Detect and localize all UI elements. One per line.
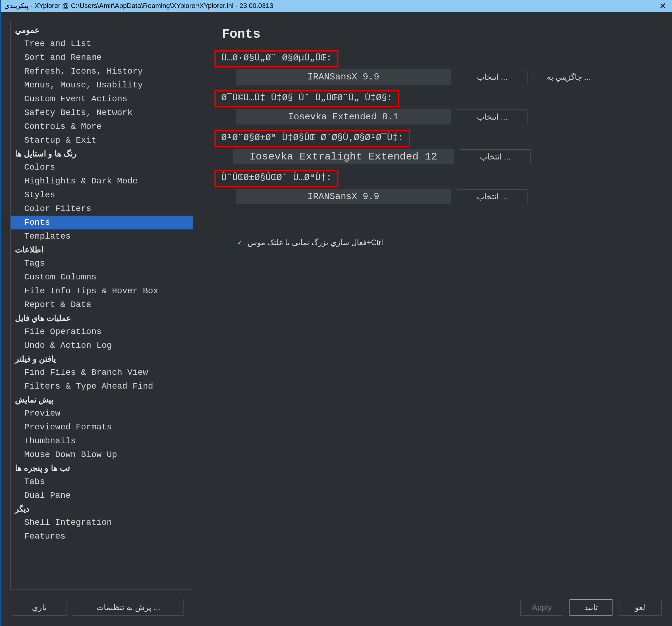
sidebar-item[interactable]: Shell Integration [11,516,193,529]
sidebar-section-header: رنگ ها و استایل ها [11,147,193,160]
sidebar-item[interactable]: Highlights & Dark Mode [11,174,193,188]
sidebar-item[interactable]: Refresh, Icons, History [11,65,193,78]
font-setting-row: Iosevka Extended 8.1انتخاب ... [215,109,650,125]
select-font-button[interactable]: انتخاب ... [460,149,531,164]
font-setting-label: Ø¯Ú©Ù…Ù‡ Ù‡Ø§ Ùˆ Ù„ÛŒØ¨Ù„ Ù‡Ø§: [215,90,399,107]
footer: ياري پرش به تنظيمات ... Apply تاييد لغو [1,593,672,626]
sidebar-item[interactable]: Filters & Type Ahead Find [11,379,193,393]
font-setting-label: ÙˆÛŒØ±Ø§ÛŒØ´ Ù…ØªÙ†: [215,170,338,187]
window-title: پيکربندي - XYplorer @ C:\Users\Amir\AppD… [4,2,657,10]
sidebar-item[interactable]: File Operations [11,325,193,339]
sidebar-item[interactable]: Color Filters [11,202,193,216]
font-setting-label: Ù…Ø·Ø§Ù„Ø¨ Ø§ØµÙ„ÛŒ: [215,50,338,68]
main-panel: Fonts Ù…Ø·Ø§Ù„Ø¨ Ø§ØµÙ„ÛŒ:IRANSansX 9.9ا… [202,21,663,590]
sidebar-section-header: اطلاعات [11,243,193,256]
sidebar-item[interactable]: Features [11,529,193,543]
font-value: Iosevka Extralight Extended 12 [233,149,454,165]
font-value: IRANSansX 9.9 [236,69,451,85]
titlebar: پيکربندي - XYplorer @ C:\Users\Amir\AppD… [1,0,672,11]
sidebar-item[interactable]: Find Files & Branch View [11,366,193,379]
sidebar-item[interactable]: Menus, Mouse, Usability [11,78,193,92]
app-window: پيکربندي - XYplorer @ C:\Users\Amir\AppD… [0,0,672,626]
sidebar-section-header: يافتن و فيلتر [11,352,193,366]
ok-button[interactable]: تاييد [570,599,613,616]
content-area: عموميTree and ListSort and RenameRefresh… [1,11,672,593]
checkbox-label: فعال سازي بزرگ نمايي با غلتک موس+Ctrl [248,238,383,247]
sidebar-item[interactable]: Sort and Rename [11,51,193,65]
sidebar-item[interactable]: Mouse Down Blow Up [11,448,193,461]
sidebar-section-header: تب ها و پنجره ها [11,461,193,475]
sidebar-item[interactable]: Styles [11,188,193,202]
font-setting-row: IRANSansX 9.9انتخاب ... [215,189,650,204]
help-button[interactable]: ياري [11,599,67,616]
font-value: Iosevka Extended 8.1 [236,109,451,125]
replace-with-button[interactable]: جاگزيني به ... [534,70,604,84]
sidebar-section-header: ديگر [11,502,193,516]
sidebar[interactable]: عموميTree and ListSort and RenameRefresh… [10,21,193,590]
font-value: IRANSansX 9.9 [236,189,451,204]
sidebar-item[interactable]: Custom Event Actions [11,92,193,106]
sidebar-item[interactable]: Controls & More [11,120,193,133]
sidebar-item[interactable]: File Info Tips & Hover Box [11,284,193,298]
sidebar-item[interactable]: Safety Belts, Network [11,106,193,120]
sidebar-item[interactable]: Custom Columns [11,270,193,284]
select-font-button[interactable]: انتخاب ... [457,70,527,84]
sidebar-item[interactable]: Report & Data [11,298,193,311]
sidebar-item[interactable]: Colors [11,160,193,174]
sidebar-item[interactable]: Fonts [11,216,193,229]
sidebar-item[interactable]: Thumbnails [11,434,193,448]
sidebar-item[interactable]: Templates [11,229,193,243]
checkbox-icon[interactable]: ✓ [236,239,243,246]
sidebar-item[interactable]: Startup & Exit [11,133,193,147]
font-setting-row: Iosevka Extralight Extended 12انتخاب ... [215,149,650,165]
select-font-button[interactable]: انتخاب ... [457,109,527,124]
sidebar-item[interactable]: Dual Pane [11,489,193,502]
sidebar-section-header: عمومي [11,24,193,37]
sidebar-item[interactable]: Preview [11,406,193,420]
enable-zoom-checkbox-row[interactable]: ✓ فعال سازي بزرگ نمايي با غلتک موس+Ctrl [236,238,650,247]
font-setting-label: Ø¹Ø¨Ø§Ø±Øª Ù‡Ø§ÛŒ Ø¨Ø§Ù‚Ø§Ø¹Ø¯Ù‡: [215,130,410,147]
select-font-button[interactable]: انتخاب ... [457,189,527,204]
sidebar-item[interactable]: Previewed Formats [11,420,193,434]
sidebar-section-header: پيش نمايش [11,393,193,406]
sidebar-item[interactable]: Tabs [11,475,193,489]
jump-to-settings-button[interactable]: پرش به تنظيمات ... [73,599,184,616]
page-title: Fonts [222,27,650,42]
sidebar-item[interactable]: Tree and List [11,37,193,51]
sidebar-item[interactable]: Tags [11,256,193,270]
close-icon[interactable]: ✕ [657,1,669,11]
sidebar-item[interactable]: Undo & Action Log [11,339,193,352]
cancel-button[interactable]: لغو [619,599,662,616]
sidebar-section-header: عمليات هاي فايل [11,311,193,325]
apply-button[interactable]: Apply [521,599,563,616]
font-setting-row: IRANSansX 9.9انتخاب ...جاگزيني به ... [215,69,650,85]
